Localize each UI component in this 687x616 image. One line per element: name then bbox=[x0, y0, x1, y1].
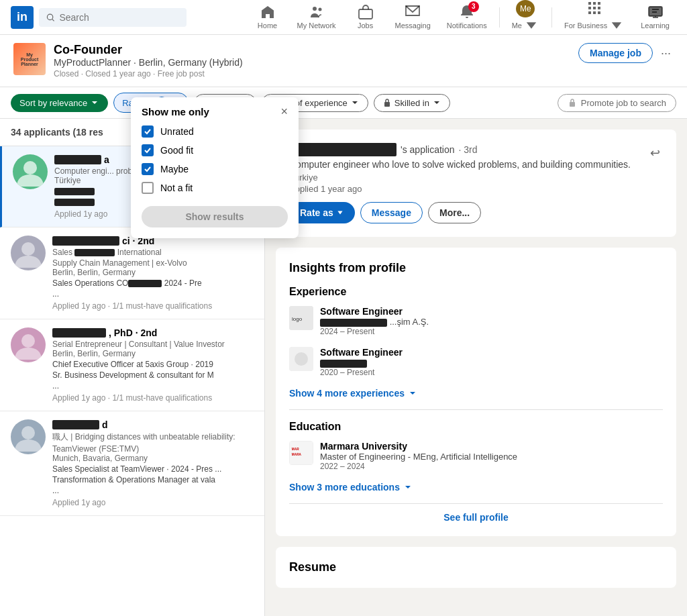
svg-point-20 bbox=[21, 426, 35, 440]
nav-network[interactable]: My Network bbox=[290, 0, 343, 35]
svg-text:logo: logo bbox=[292, 316, 303, 322]
svg-text:MAR: MAR bbox=[292, 448, 299, 451]
nav-network-label: My Network bbox=[297, 21, 336, 30]
show-more-edu[interactable]: Show 3 more educations bbox=[289, 482, 663, 493]
message-button[interactable]: Message bbox=[360, 202, 423, 223]
avatar-silhouette-2 bbox=[11, 236, 46, 270]
svg-point-19 bbox=[21, 334, 35, 348]
nav-learning[interactable]: Learning bbox=[634, 0, 676, 35]
show-more-exp[interactable]: Show 4 more experiences bbox=[289, 388, 663, 399]
job-more-button[interactable]: ··· bbox=[658, 44, 674, 63]
exp-logo-2 bbox=[289, 347, 313, 371]
skilled-filter-button[interactable]: Skilled in bbox=[374, 94, 450, 112]
applicant-location-2: Berlin, Berlin, Germany bbox=[52, 268, 254, 277]
years-chevron-icon bbox=[350, 98, 360, 107]
applicant-name-row-4: d bbox=[52, 419, 254, 430]
show-more-exp-label: Show 4 more experiences bbox=[289, 388, 405, 399]
maybe-checkbox[interactable] bbox=[142, 163, 154, 175]
promote-button[interactable]: Promote job to search bbox=[558, 94, 676, 112]
job-header: MyProductPlanner Co-Founder MyProductPla… bbox=[0, 35, 687, 87]
insights-card: Insights from profile Experience logo So… bbox=[276, 248, 676, 536]
learning-icon bbox=[647, 4, 664, 21]
not-a-fit-checkbox[interactable] bbox=[142, 182, 154, 194]
svg-rect-14 bbox=[649, 7, 662, 16]
job-info: Co-Founder MyProductPlanner · Berlin, Ge… bbox=[54, 43, 570, 79]
exp-title-2: Software Engineer bbox=[320, 347, 663, 358]
expand-icon bbox=[407, 388, 418, 399]
see-full-profile-link[interactable]: See full profile bbox=[289, 503, 663, 523]
applicant-job-3: Chief Executive Officer at 5axis Group ·… bbox=[52, 360, 254, 369]
rate-chevron-icon bbox=[336, 209, 344, 217]
svg-rect-13 bbox=[598, 11, 600, 14]
svg-point-24 bbox=[295, 352, 308, 366]
university-logo: MAR MARA bbox=[290, 441, 313, 465]
svg-rect-12 bbox=[593, 11, 596, 14]
applicant-headline-2b: Supply Chain Management | ex-Volvo bbox=[52, 258, 254, 268]
applicant-job-2b: ... bbox=[52, 289, 254, 299]
edu-degree-1: Master of Engineering - MEng, Artificial… bbox=[320, 452, 663, 462]
svg-rect-15 bbox=[384, 102, 390, 107]
skilled-chevron-icon bbox=[432, 98, 441, 107]
good-fit-checkbox[interactable] bbox=[142, 144, 154, 156]
nav-messaging[interactable]: Messaging bbox=[388, 0, 437, 35]
applicant-meta-3: Applied 1y ago · 1/1 must-have qualifica… bbox=[52, 393, 254, 403]
exp-dates-1: 2024 – Present bbox=[320, 327, 663, 336]
applicant-job-4c: ... bbox=[52, 486, 254, 495]
profile-header: 's application · 3rd Computer engineer w… bbox=[289, 143, 663, 194]
svg-rect-9 bbox=[593, 7, 596, 9]
good-fit-label: Good fit bbox=[160, 145, 193, 156]
job-meta: Closed · Closed 1 year ago · Free job po… bbox=[54, 69, 570, 79]
lock-icon bbox=[382, 98, 392, 107]
dropdown-option-good-fit[interactable]: Good fit bbox=[142, 144, 288, 156]
applicant-item[interactable]: ci · 2nd Sales International Supply Chai… bbox=[0, 227, 264, 319]
search-bar[interactable] bbox=[39, 8, 187, 27]
right-panel: 's application · 3rd Computer engineer w… bbox=[265, 119, 687, 616]
maybe-label: Maybe bbox=[160, 164, 189, 174]
show-results-button[interactable]: Show results bbox=[142, 206, 288, 227]
manage-job-button[interactable]: Manage job bbox=[578, 43, 653, 63]
notification-badge: 3 bbox=[468, 1, 479, 12]
rate-as-button[interactable]: Rate as bbox=[289, 202, 355, 223]
resume-card: Resume bbox=[276, 547, 676, 588]
sort-filter-button[interactable]: Sort by relevance bbox=[11, 94, 108, 112]
unrated-checkbox[interactable] bbox=[142, 125, 154, 138]
applicant-name-suffix-3: , PhD · 2nd bbox=[109, 327, 157, 338]
share-button[interactable]: ↩ bbox=[647, 143, 663, 163]
experience-item-2: Software Engineer 2020 – Present bbox=[289, 347, 663, 377]
nav-business[interactable]: For Business bbox=[558, 0, 631, 35]
name-redacted bbox=[54, 155, 101, 164]
dropdown-option-maybe[interactable]: Maybe bbox=[142, 163, 288, 175]
applicant-item-3[interactable]: , PhD · 2nd Serial Entrepreneur | Consul… bbox=[0, 319, 264, 411]
job-company: MyProductPlanner · Berlin, Germany (Hybr… bbox=[54, 57, 570, 68]
nav-divider-2 bbox=[551, 7, 552, 28]
nav-business-label: For Business bbox=[564, 17, 625, 34]
dropdown-close-button[interactable]: × bbox=[280, 105, 288, 117]
svg-point-2 bbox=[313, 7, 317, 11]
applicant-headline-2: Sales International bbox=[52, 248, 254, 257]
profile-location: Türkiye bbox=[289, 172, 631, 183]
applicant-item-4[interactable]: d 職人 | Bridging distances with unbeatabl… bbox=[0, 411, 264, 516]
dropdown-option-not-a-fit[interactable]: Not a fit bbox=[142, 182, 288, 194]
svg-rect-4 bbox=[359, 9, 372, 19]
rate-label: Rate as bbox=[300, 207, 333, 218]
applicant-headline-4b: TeamViewer (FSE:TMV) bbox=[52, 444, 254, 454]
dropdown-header: Show me only × bbox=[142, 105, 288, 117]
nav-notifications-label: Notifications bbox=[447, 21, 487, 30]
svg-rect-6 bbox=[593, 2, 596, 5]
more-actions-button[interactable]: More... bbox=[428, 202, 481, 223]
nav-home[interactable]: Home bbox=[248, 0, 288, 35]
edu-dates-1: 2022 – 2024 bbox=[320, 462, 663, 471]
sort-label: Sort by relevance bbox=[19, 98, 87, 108]
job-header-actions: Manage job ··· bbox=[578, 43, 674, 63]
applicant-job-4: Sales Specialist at TeamViewer · 2024 - … bbox=[52, 464, 254, 474]
nav-notifications[interactable]: 3 Notifications bbox=[440, 0, 494, 35]
filters-bar: Sort by relevance Ratings 3 Location Yea… bbox=[0, 87, 687, 119]
nav-jobs[interactable]: Jobs bbox=[346, 0, 386, 35]
ratings-dropdown: Show me only × Unrated Good fit Maybe No… bbox=[131, 97, 299, 238]
applicant-meta-2: Applied 1y ago · 1/1 must-have qualifica… bbox=[52, 301, 254, 311]
dropdown-option-unrated[interactable]: Unrated bbox=[142, 125, 288, 138]
linkedin-logo[interactable]: in bbox=[11, 6, 34, 29]
search-input[interactable] bbox=[59, 12, 180, 23]
applicant-name-suffix: a bbox=[104, 154, 109, 165]
nav-me[interactable]: Me Me bbox=[505, 0, 546, 35]
